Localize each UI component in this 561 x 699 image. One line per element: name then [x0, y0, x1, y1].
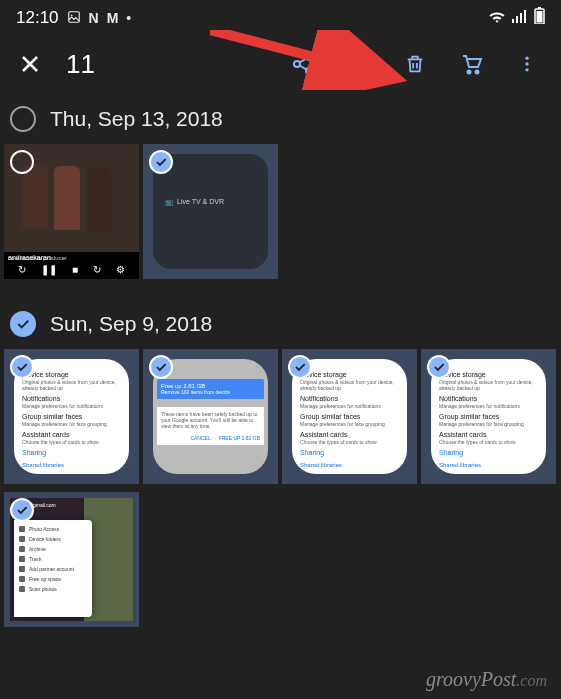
thumbnail-grid: Device storage Original photos & videos … — [0, 349, 561, 627]
svg-rect-5 — [524, 10, 526, 23]
video-controls: ↻ ❚❚ ■ ↻ ⚙ — [4, 264, 139, 275]
settings-preview: Device storage Original photos & videos … — [292, 359, 407, 474]
svg-point-10 — [294, 61, 300, 67]
thumb-checkbox-checked[interactable] — [149, 355, 173, 379]
thumb-checkbox-checked[interactable] — [288, 355, 312, 379]
status-right — [488, 7, 545, 29]
section-header[interactable]: Sun, Sep 9, 2018 — [0, 297, 561, 349]
stop-icon[interactable]: ■ — [72, 264, 78, 275]
status-bar: 12:10 N M • — [0, 0, 561, 36]
thumb-checkbox-checked[interactable] — [10, 355, 34, 379]
svg-point-16 — [525, 68, 528, 71]
thumbnail-grid: co-executive producer andrasekaran ↻ ❚❚ … — [0, 144, 561, 279]
watermark: groovyPost.com — [426, 668, 547, 691]
forward-icon[interactable]: ↻ — [93, 264, 101, 275]
svg-point-1 — [70, 14, 72, 16]
svg-point-9 — [306, 54, 312, 60]
thumb-checkbox[interactable] — [10, 150, 34, 174]
svg-point-13 — [476, 71, 479, 74]
dot-icon: • — [126, 10, 131, 26]
selection-count: 11 — [66, 49, 271, 80]
netflix-icon: N — [89, 10, 99, 26]
photo-thumbnail[interactable]: ▲ try@gmail.com Photo Access Device fold… — [4, 492, 139, 627]
photo-thumbnail[interactable]: 📺Live TV & DVR — [143, 144, 278, 279]
signal-icon — [512, 8, 528, 28]
gmail-icon: M — [107, 10, 119, 26]
svg-rect-2 — [512, 19, 514, 23]
section-checkbox-checked[interactable] — [10, 311, 36, 337]
thumb-checkbox-checked[interactable] — [427, 355, 451, 379]
section-header[interactable]: Thu, Sep 13, 2018 — [0, 92, 561, 144]
settings-preview: Device storage Original photos & videos … — [14, 359, 129, 474]
section-title: Sun, Sep 9, 2018 — [50, 312, 212, 336]
svg-rect-3 — [516, 16, 518, 23]
add-button[interactable] — [335, 40, 383, 88]
wifi-icon — [488, 8, 506, 28]
thumb-checkbox-checked[interactable] — [149, 150, 173, 174]
photo-thumbnail[interactable]: Device storage Original photos & videos … — [4, 349, 139, 484]
photo-thumbnail[interactable]: Device storage Original photos & videos … — [421, 349, 556, 484]
overflow-button[interactable] — [503, 40, 551, 88]
pause-icon[interactable]: ❚❚ — [41, 264, 57, 275]
settings-preview: Device storage Original photos & videos … — [431, 359, 546, 474]
status-left: 12:10 N M • — [16, 8, 131, 28]
svg-point-15 — [525, 62, 528, 65]
svg-point-14 — [525, 57, 528, 60]
settings-icon[interactable]: ⚙ — [116, 264, 125, 275]
status-time: 12:10 — [16, 8, 59, 28]
selection-top-bar: 11 — [0, 36, 561, 92]
svg-rect-4 — [520, 13, 522, 23]
photo-thumbnail[interactable]: Free up 2.81 GB Remove 102 items from de… — [143, 349, 278, 484]
image-icon — [67, 10, 81, 27]
photo-thumbnail[interactable]: co-executive producer andrasekaran ↻ ❚❚ … — [4, 144, 139, 279]
tv-preview: 📺Live TV & DVR — [153, 154, 268, 269]
tv-label: 📺Live TV & DVR — [165, 198, 224, 206]
replay-icon[interactable]: ↻ — [18, 264, 26, 275]
section-title: Thu, Sep 13, 2018 — [50, 107, 223, 131]
share-button[interactable] — [279, 40, 327, 88]
close-button[interactable] — [10, 44, 50, 84]
svg-rect-8 — [537, 11, 543, 23]
delete-button[interactable] — [391, 40, 439, 88]
battery-icon — [534, 7, 545, 29]
section-checkbox-unchecked[interactable] — [10, 106, 36, 132]
svg-rect-0 — [68, 11, 79, 22]
freeup-preview: Free up 2.81 GB Remove 102 items from de… — [153, 359, 268, 474]
svg-point-11 — [306, 68, 312, 74]
svg-point-12 — [468, 71, 471, 74]
cart-button[interactable] — [447, 40, 495, 88]
thumb-checkbox-checked[interactable] — [10, 498, 34, 522]
photo-thumbnail[interactable]: Device storage Original photos & videos … — [282, 349, 417, 484]
